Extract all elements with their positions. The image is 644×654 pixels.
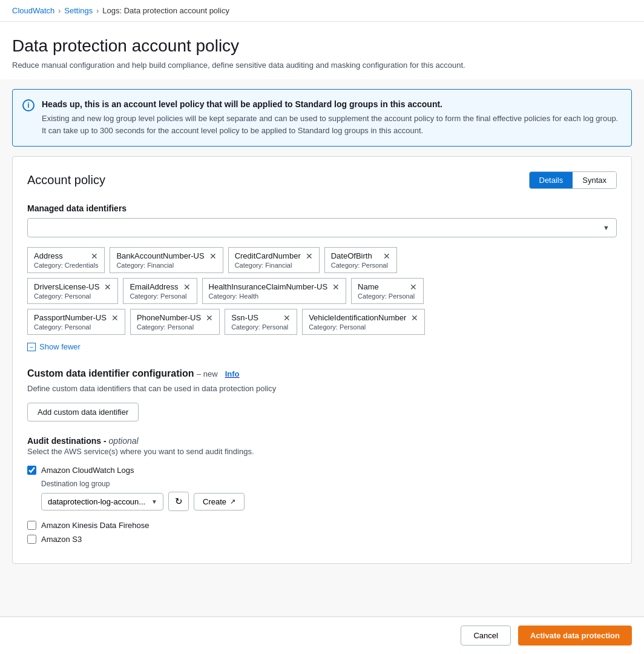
tag-bankaccount-remove[interactable]: ✕ bbox=[209, 252, 217, 260]
tag-address: Address ✕ Category: Credentials bbox=[27, 247, 105, 273]
cloudwatch-logs-label[interactable]: Amazon CloudWatch Logs bbox=[41, 466, 134, 475]
dest-dropdown-wrapper: dataprotection-log-accoun... bbox=[41, 493, 163, 510]
tag-email-name: EmailAddress bbox=[130, 282, 178, 291]
tags-row-1: Address ✕ Category: Credentials BankAcco… bbox=[27, 247, 617, 276]
custom-section-title: Custom data identifier configuration – n… bbox=[27, 368, 218, 379]
page-subtitle: Reduce manual configuration and help bui… bbox=[12, 61, 632, 70]
tag-phone-category: Category: Personal bbox=[137, 323, 213, 331]
custom-section: Custom data identifier configuration – n… bbox=[27, 368, 617, 421]
show-fewer-link[interactable]: − Show fewer bbox=[27, 342, 617, 351]
breadcrumb-cloudwatch[interactable]: CloudWatch bbox=[12, 6, 54, 15]
s3-checkbox[interactable] bbox=[27, 535, 36, 544]
tag-bankaccount-category: Category: Financial bbox=[116, 262, 216, 269]
tag-address-name: Address bbox=[34, 251, 63, 260]
audit-title: Audit destinations - optional bbox=[27, 436, 617, 446]
cloudwatch-logs-service: Amazon CloudWatch Logs Destination log g… bbox=[27, 466, 617, 511]
tag-address-category: Category: Credentials bbox=[34, 262, 98, 269]
tag-creditcard-remove[interactable]: ✕ bbox=[306, 252, 313, 260]
refresh-button[interactable]: ↻ bbox=[168, 492, 189, 511]
show-fewer-label: Show fewer bbox=[39, 342, 80, 351]
audit-optional-label: optional bbox=[109, 436, 139, 446]
tag-dob-name: DateOfBirth bbox=[331, 251, 372, 260]
tag-vin-category: Category: Personal bbox=[309, 323, 418, 331]
tag-bankaccount: BankAccountNumber-US ✕ Category: Financi… bbox=[110, 247, 223, 273]
create-button[interactable]: Create ↗ bbox=[194, 493, 245, 510]
create-button-label: Create bbox=[203, 497, 226, 506]
custom-section-new-badge: – new bbox=[197, 369, 218, 378]
tag-address-remove[interactable]: ✕ bbox=[91, 252, 98, 260]
info-banner-text: Heads up, this is an account level polic… bbox=[42, 99, 622, 136]
custom-section-title-text: Custom data identifier configuration bbox=[27, 368, 194, 378]
tag-name-category: Category: Personal bbox=[358, 292, 417, 300]
tag-name: Name ✕ Category: Personal bbox=[351, 278, 424, 304]
info-banner-bold: Heads up, this is an account level polic… bbox=[42, 99, 622, 109]
breadcrumb-settings[interactable]: Settings bbox=[64, 6, 93, 15]
custom-section-info-link[interactable]: Info bbox=[220, 369, 240, 378]
s3-row: Amazon S3 bbox=[27, 535, 617, 544]
tag-creditcard-category: Category: Financial bbox=[235, 262, 313, 269]
info-banner-body: Existing and new log group level policie… bbox=[42, 113, 622, 136]
breadcrumb-sep-1: › bbox=[58, 7, 61, 15]
add-custom-identifier-button[interactable]: Add custom data identifier bbox=[27, 403, 139, 421]
managed-identifiers-section: Managed data identifiers Address ✕ Categ… bbox=[27, 203, 617, 351]
audit-title-text: Audit destinations bbox=[27, 436, 101, 446]
audit-subtitle: Select the AWS service(s) where you want… bbox=[27, 447, 617, 456]
destination-log-group-label: Destination log group bbox=[41, 480, 617, 488]
external-link-icon: ↗ bbox=[230, 498, 235, 506]
tags-row-2: DriversLicense-US ✕ Category: Personal E… bbox=[27, 278, 617, 306]
tag-phone-name: PhoneNumber-US bbox=[137, 313, 201, 322]
breadcrumb-sep-2: › bbox=[96, 7, 99, 15]
tag-driverslicense-name: DriversLicense-US bbox=[34, 282, 99, 291]
firehose-label[interactable]: Amazon Kinesis Data Firehose bbox=[41, 521, 149, 530]
managed-identifiers-dropdown[interactable] bbox=[27, 218, 617, 237]
tag-email-category: Category: Personal bbox=[130, 292, 190, 300]
firehose-row: Amazon Kinesis Data Firehose bbox=[27, 521, 617, 530]
tab-details[interactable]: Details bbox=[530, 172, 573, 188]
firehose-checkbox[interactable] bbox=[27, 521, 36, 530]
breadcrumb-current: Logs: Data protection account policy bbox=[102, 6, 229, 15]
dest-dropdown[interactable]: dataprotection-log-accoun... bbox=[41, 493, 163, 510]
tag-email: EmailAddress ✕ Category: Personal bbox=[123, 278, 197, 304]
tag-phone-remove[interactable]: ✕ bbox=[206, 314, 213, 322]
tag-ssn: Ssn-US ✕ Category: Personal bbox=[225, 309, 297, 335]
tag-driverslicense: DriversLicense-US ✕ Category: Personal bbox=[27, 278, 118, 304]
tag-vin-name: VehicleIdentificationNumber bbox=[309, 313, 406, 322]
tab-group: Details Syntax bbox=[529, 171, 617, 189]
tag-name-name: Name bbox=[358, 282, 379, 291]
s3-label[interactable]: Amazon S3 bbox=[41, 535, 82, 544]
tag-passport-remove[interactable]: ✕ bbox=[111, 314, 119, 322]
cloudwatch-logs-checkbox[interactable] bbox=[27, 466, 36, 475]
main-panel: Account policy Details Syntax Managed da… bbox=[12, 156, 632, 564]
tag-dob-category: Category: Personal bbox=[331, 262, 390, 269]
info-banner: i Heads up, this is an account level pol… bbox=[12, 89, 632, 147]
tag-name-remove[interactable]: ✕ bbox=[410, 283, 417, 291]
refresh-icon: ↻ bbox=[175, 496, 183, 507]
page-header: Data protection account policy Reduce ma… bbox=[0, 22, 644, 79]
tag-healthinsurance-remove[interactable]: ✕ bbox=[332, 283, 340, 291]
tag-dob-remove[interactable]: ✕ bbox=[383, 252, 390, 260]
audit-optional-dash: - bbox=[104, 436, 109, 446]
tag-ssn-name: Ssn-US bbox=[231, 313, 258, 322]
page-title: Data protection account policy bbox=[12, 36, 632, 56]
tag-driverslicense-category: Category: Personal bbox=[34, 292, 111, 300]
tag-ssn-category: Category: Personal bbox=[231, 323, 291, 331]
tag-driverslicense-remove[interactable]: ✕ bbox=[104, 283, 111, 291]
tag-ssn-remove[interactable]: ✕ bbox=[283, 314, 291, 322]
panel-title: Account policy bbox=[27, 173, 105, 187]
tag-vin-remove[interactable]: ✕ bbox=[411, 314, 418, 322]
show-fewer-icon: − bbox=[27, 343, 36, 351]
tag-email-remove[interactable]: ✕ bbox=[183, 283, 191, 291]
custom-section-subtitle: Define custom data identifiers that can … bbox=[27, 384, 617, 393]
tag-creditcard-name: CreditCardNumber bbox=[235, 251, 301, 260]
managed-identifiers-label: Managed data identifiers bbox=[27, 203, 617, 213]
tag-passport-category: Category: Personal bbox=[34, 323, 119, 331]
tag-creditcard: CreditCardNumber ✕ Category: Financial bbox=[228, 247, 320, 273]
tags-grid: Address ✕ Category: Credentials BankAcco… bbox=[27, 247, 617, 340]
tag-passport: PassportNumber-US ✕ Category: Personal bbox=[27, 309, 125, 335]
tag-healthinsurance-category: Category: Health bbox=[209, 292, 340, 300]
breadcrumb: CloudWatch › Settings › Logs: Data prote… bbox=[0, 0, 644, 22]
tag-passport-name: PassportNumber-US bbox=[34, 313, 107, 322]
managed-identifiers-dropdown-wrapper bbox=[27, 218, 617, 237]
tags-row-3: PassportNumber-US ✕ Category: Personal P… bbox=[27, 309, 617, 337]
tab-syntax[interactable]: Syntax bbox=[573, 172, 616, 188]
